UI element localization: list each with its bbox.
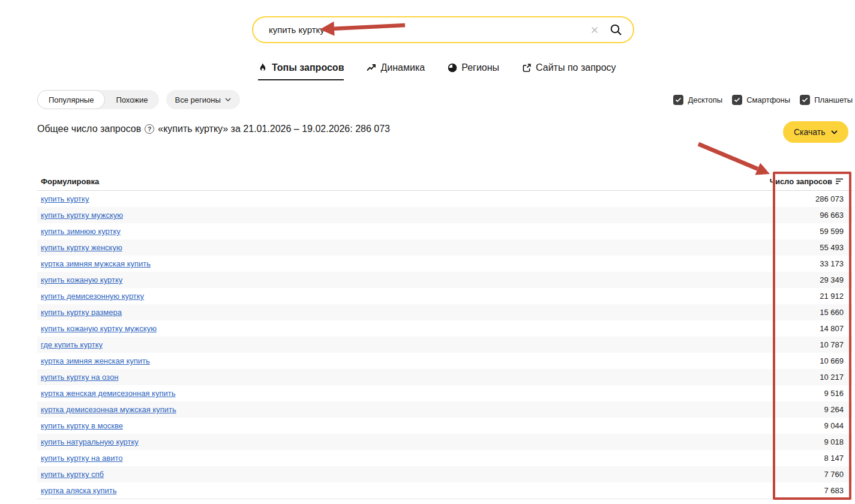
query-count: 21 912 — [820, 292, 844, 301]
query-link[interactable]: купить куртку в москве — [41, 421, 123, 430]
checkbox-checked-icon — [732, 95, 742, 105]
table-row: купить куртку размера15 660 — [37, 304, 853, 320]
query-count: 59 599 — [820, 227, 844, 236]
checkbox-label: Десктопы — [688, 95, 722, 104]
table-row: куртка демисезонная мужская купить9 264 — [37, 401, 853, 418]
query-count: 10 787 — [820, 340, 844, 349]
table-body: купить куртку286 073купить куртку мужску… — [37, 191, 853, 499]
query-count: 9 044 — [824, 421, 844, 430]
query-link[interactable]: куртка зимняя мужская купить — [41, 259, 151, 268]
query-link[interactable]: купить зимнюю куртку — [41, 227, 121, 236]
column-header-count[interactable]: Число запросов — [770, 177, 844, 186]
query-link[interactable]: куртка зимняя женская купить — [41, 356, 150, 365]
query-link[interactable]: купить куртку — [41, 194, 89, 203]
search-icon[interactable] — [609, 23, 623, 37]
checkbox-checked-icon — [673, 95, 683, 105]
query-count: 14 807 — [820, 324, 844, 333]
checkbox-checked-icon — [800, 95, 810, 105]
globe-icon — [448, 63, 457, 73]
device-filters: Десктопы Смартфоны Планшеты — [673, 95, 853, 105]
column-header-query[interactable]: Формулировка — [41, 177, 99, 186]
query-count: 10 669 — [820, 356, 844, 365]
download-label: Скачать — [794, 127, 826, 137]
query-type-switch: Популярные Похожие — [37, 90, 159, 109]
query-link[interactable]: купить демисезонную куртку — [41, 292, 144, 301]
segment-popular[interactable]: Популярные — [37, 90, 105, 109]
trend-up-icon — [367, 64, 376, 72]
tab-sites-by-query[interactable]: Сайты по запросу — [522, 62, 616, 79]
table-row: купить кожаную куртку мужскую14 807 — [37, 320, 853, 337]
table-row: куртка женская демисезонная купить9 516 — [37, 385, 853, 401]
query-link[interactable]: купить куртку женскую — [41, 243, 122, 252]
query-link[interactable]: купить куртку спб — [41, 470, 104, 479]
table-row: купить куртку на авито8 147 — [37, 450, 853, 466]
query-count: 10 217 — [820, 373, 844, 382]
table-header: Формулировка Число запросов — [37, 173, 853, 191]
summary-value: «купить куртку» за 21.01.2026 – 19.02.20… — [158, 124, 390, 134]
table-row: купить куртку286 073 — [37, 191, 853, 207]
table-row: купить куртку спб7 760 — [37, 466, 853, 482]
table-row: купить демисезонную куртку21 912 — [37, 288, 853, 304]
query-link[interactable]: куртка женская демисезонная купить — [41, 389, 175, 398]
filters-row: Популярные Похожие Все регионы Десктопы — [37, 90, 853, 109]
sort-desc-icon[interactable] — [836, 178, 844, 185]
query-count: 9 018 — [824, 437, 844, 446]
query-count: 33 173 — [820, 259, 844, 268]
query-count: 7 683 — [824, 486, 844, 495]
question-circle-icon[interactable]: ? — [145, 124, 154, 134]
tab-label: Сайты по запросу — [536, 62, 616, 73]
flame-icon — [258, 63, 268, 73]
query-count: 7 760 — [824, 470, 844, 479]
chevron-down-icon — [831, 130, 838, 134]
region-dropdown-label: Все регионы — [175, 95, 221, 104]
query-link[interactable]: купить куртку на озон — [41, 373, 118, 382]
checkbox-label: Смартфоны — [746, 95, 790, 104]
query-link[interactable]: купить кожаную куртку — [41, 275, 122, 284]
download-button[interactable]: Скачать — [783, 121, 848, 143]
region-dropdown[interactable]: Все регионы — [166, 90, 240, 109]
query-count: 9 516 — [824, 389, 844, 398]
search-input[interactable] — [268, 24, 590, 35]
tab-top-queries[interactable]: Топы запросов — [258, 62, 344, 80]
column-header-count-label: Число запросов — [770, 177, 832, 186]
query-count: 96 663 — [820, 211, 844, 220]
tab-label: Регионы — [461, 62, 499, 73]
segment-similar[interactable]: Похожие — [105, 90, 158, 109]
queries-table: Формулировка Число запросов купить куртк… — [37, 173, 853, 499]
table-row: куртка аляска купить7 683 — [37, 482, 853, 499]
query-link[interactable]: купить куртку мужскую — [41, 211, 123, 220]
external-link-icon — [522, 63, 532, 73]
total-queries-summary: Общее число запросов ? «купить куртку» з… — [37, 124, 390, 134]
table-row: купить куртку мужскую96 663 — [37, 207, 853, 223]
query-link[interactable]: куртка аляска купить — [41, 486, 116, 495]
query-link[interactable]: купить куртку размера — [41, 308, 122, 317]
table-row: куртка зимняя мужская купить33 173 — [37, 256, 853, 272]
checkbox-smartphones[interactable]: Смартфоны — [732, 95, 790, 105]
search-bar[interactable] — [252, 16, 634, 43]
query-link[interactable]: купить натуральную куртку — [41, 437, 139, 446]
tab-regions[interactable]: Регионы — [448, 62, 499, 79]
table-row: купить куртку в москве9 044 — [37, 418, 853, 434]
checkbox-label: Планшеты — [814, 95, 853, 104]
query-link[interactable]: куртка демисезонная мужская купить — [41, 405, 176, 414]
query-count: 9 264 — [824, 405, 844, 414]
table-row: купить кожаную куртку29 349 — [37, 272, 853, 288]
chevron-down-icon — [225, 98, 231, 101]
query-link[interactable]: купить кожаную куртку мужскую — [41, 324, 157, 333]
tab-dynamics[interactable]: Динамика — [367, 62, 425, 79]
segment-label: Популярные — [49, 95, 94, 104]
query-count: 55 493 — [820, 243, 844, 252]
query-count: 286 073 — [815, 194, 844, 203]
tab-label: Топы запросов — [272, 62, 344, 73]
query-link[interactable]: купить куртку на авито — [41, 454, 122, 463]
tab-bar: Топы запросов Динамика Регионы Сайты по … — [258, 62, 630, 80]
query-link[interactable]: где купить куртку — [41, 340, 103, 349]
table-row: купить натуральную куртку9 018 — [37, 434, 853, 450]
checkbox-tablets[interactable]: Планшеты — [800, 95, 853, 105]
table-row: где купить куртку10 787 — [37, 337, 853, 353]
clear-icon[interactable] — [590, 25, 599, 35]
table-row: куртка зимняя женская купить10 669 — [37, 353, 853, 369]
checkbox-desktops[interactable]: Десктопы — [673, 95, 722, 105]
query-count: 15 660 — [820, 308, 844, 317]
summary-prefix: Общее число запросов — [37, 124, 141, 134]
